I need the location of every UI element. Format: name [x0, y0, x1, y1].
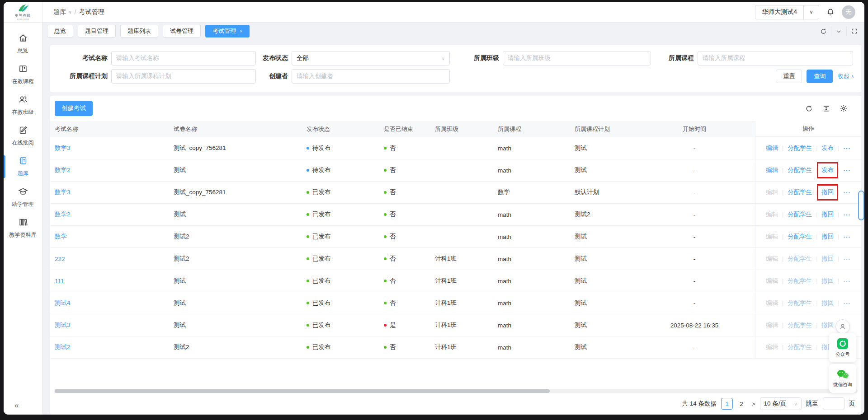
edit-link[interactable]: 编辑 — [766, 321, 778, 329]
tab-refresh-icon[interactable] — [816, 26, 831, 36]
page-button-2[interactable]: 2 — [736, 398, 747, 410]
sidebar-item-review[interactable]: 在线批阅 — [4, 121, 42, 151]
status-select[interactable]: 全部∨ — [292, 51, 450, 65]
exam-name-link[interactable]: 222 — [55, 256, 65, 262]
more-actions-button[interactable]: ··· — [843, 300, 851, 307]
filter-input[interactable]: 请输入创建者 — [292, 69, 450, 84]
float-badge-icon[interactable] — [835, 319, 850, 334]
notification-bell-icon[interactable] — [826, 8, 835, 16]
edit-link[interactable]: 编辑 — [766, 144, 778, 152]
vertical-scrollbar-thumb[interactable] — [858, 191, 864, 220]
sidebar-item-bank[interactable]: 题库 — [4, 152, 42, 182]
assign-students-link[interactable]: 分配学生 — [788, 188, 812, 196]
filter-input[interactable]: 请输入考试名称 — [111, 51, 256, 65]
withdraw-link[interactable]: 撤回 — [821, 299, 834, 307]
edit-link[interactable]: 编辑 — [766, 299, 778, 307]
edit-link[interactable]: 编辑 — [766, 210, 778, 219]
edit-link[interactable]: 编辑 — [766, 277, 778, 285]
more-actions-button[interactable]: ··· — [843, 233, 851, 240]
exam-name-link[interactable]: 数学3 — [55, 189, 71, 196]
next-page-button[interactable]: > — [752, 401, 755, 407]
assign-students-link[interactable]: 分配学生 — [788, 166, 812, 174]
edit-link[interactable]: 编辑 — [766, 343, 778, 351]
exam-name-link[interactable]: 数学2 — [55, 211, 71, 218]
horizontal-scrollbar-thumb[interactable] — [55, 389, 550, 393]
tab-close-icon[interactable]: × — [240, 28, 242, 34]
more-actions-button[interactable]: ··· — [843, 189, 851, 196]
more-actions-button[interactable]: ··· — [843, 278, 851, 285]
sidebar-item-assist[interactable]: 助学管理 — [4, 182, 42, 212]
assign-students-link[interactable]: 分配学生 — [788, 343, 812, 351]
publish-link[interactable]: 发布 — [821, 144, 834, 152]
account-selector[interactable]: 华师大测试4 ∨ — [755, 5, 819, 19]
withdraw-link[interactable]: 撤回 — [821, 233, 834, 241]
jump-page-input[interactable] — [823, 397, 844, 410]
filter-input[interactable]: 请输入所属班级 — [503, 51, 651, 65]
sidebar-item-classes[interactable]: 在教班级 — [4, 90, 42, 120]
tab-试卷管理[interactable]: 试卷管理 — [163, 25, 201, 37]
more-actions-button[interactable]: ··· — [843, 167, 851, 174]
publish-status: 已发布 — [312, 277, 331, 284]
publish-link[interactable]: 发布 — [821, 166, 834, 174]
status-cell: 待发布 — [302, 144, 379, 152]
breadcrumb: 题库 ∨ / 考试管理 — [53, 8, 104, 16]
wechat-consult-widget[interactable]: 微信咨询 — [829, 364, 856, 393]
exam-name-link[interactable]: 测试3 — [55, 322, 71, 328]
app-root: 奥兰在线 AOLAN ONLINE 题库 ∨ / 考试管理 华师大测试4 ∨ — [4, 2, 864, 415]
assign-students-link[interactable]: 分配学生 — [788, 255, 812, 263]
tab-总览[interactable]: 总览 — [47, 25, 73, 37]
more-actions-button[interactable]: ··· — [843, 211, 851, 218]
filter-input[interactable]: 请输入所属课程计划 — [111, 69, 256, 84]
tab-list-caret-icon[interactable] — [831, 26, 846, 36]
breadcrumb-root[interactable]: 题库 — [53, 8, 66, 16]
sidebar-collapse-icon[interactable]: « — [14, 401, 19, 410]
exam-name-link[interactable]: 测试4 — [55, 299, 71, 306]
withdraw-link[interactable]: 撤回 — [821, 210, 834, 219]
withdraw-link[interactable]: 撤回 — [821, 277, 834, 285]
sidebar-item-overview[interactable]: 总览 — [4, 29, 42, 59]
table-settings-gear-icon[interactable] — [840, 104, 848, 112]
sidebar-item-materials[interactable]: 教学资料库 — [4, 213, 42, 243]
more-actions-button[interactable]: ··· — [843, 256, 851, 262]
tab-考试管理[interactable]: 考试管理× — [205, 25, 250, 37]
edit-link[interactable]: 编辑 — [766, 188, 778, 196]
reset-button[interactable]: 重置 — [776, 70, 802, 83]
table-density-icon[interactable] — [822, 105, 830, 112]
edit-link[interactable]: 编辑 — [766, 255, 778, 263]
tab-题库列表[interactable]: 题库列表 — [120, 25, 158, 37]
table-refresh-icon[interactable] — [805, 105, 813, 112]
account-caret-icon[interactable]: ∨ — [803, 5, 819, 19]
exam-name-link[interactable]: 测试2 — [55, 344, 71, 350]
page-button-1[interactable]: 1 — [721, 398, 733, 410]
exam-name-link[interactable]: 数学2 — [55, 167, 71, 173]
edit-link[interactable]: 编辑 — [766, 233, 778, 241]
exam-name-link[interactable]: 111 — [55, 278, 64, 285]
avatar[interactable]: 无 — [842, 5, 855, 19]
assign-students-link[interactable]: 分配学生 — [788, 299, 812, 307]
collapse-filters-button[interactable]: 收起 ∧ — [837, 72, 854, 80]
exam-name-link[interactable]: 数学 — [55, 233, 67, 240]
page-size-select[interactable]: 10 条/页 ∨ — [760, 397, 802, 410]
filter-input[interactable]: 请输入所属课程 — [698, 51, 853, 65]
assign-students-link[interactable]: 分配学生 — [788, 144, 812, 152]
assign-students-link[interactable]: 分配学生 — [788, 277, 812, 285]
table-row: 测试2测试2已发布否计科1班math测试-编辑|分配学生|撤回|··· — [50, 336, 861, 359]
tab-题目管理[interactable]: 题目管理 — [78, 25, 116, 37]
assign-students-link[interactable]: 分配学生 — [788, 321, 812, 329]
horizontal-scrollbar[interactable] — [54, 389, 858, 393]
app-logo[interactable]: 奥兰在线 AOLAN ONLINE — [4, 2, 42, 23]
breadcrumb-caret-icon[interactable]: ∨ — [69, 10, 72, 14]
edit-link[interactable]: 编辑 — [766, 166, 778, 174]
exam-name-link[interactable]: 数学3 — [55, 145, 71, 151]
assign-students-link[interactable]: 分配学生 — [788, 233, 812, 241]
create-exam-button[interactable]: 创建考试 — [55, 101, 93, 116]
assign-students-link[interactable]: 分配学生 — [788, 210, 812, 219]
tab-fullscreen-icon[interactable] — [846, 26, 862, 36]
withdraw-link[interactable]: 撤回 — [821, 188, 834, 196]
official-account-widget[interactable]: 公众号 — [829, 333, 856, 362]
search-button[interactable]: 查询 — [807, 70, 833, 83]
withdraw-link[interactable]: 撤回 — [821, 321, 834, 329]
withdraw-link[interactable]: 撤回 — [821, 255, 834, 263]
more-actions-button[interactable]: ··· — [843, 145, 851, 152]
sidebar-item-courses[interactable]: 在教课程 — [4, 60, 42, 89]
